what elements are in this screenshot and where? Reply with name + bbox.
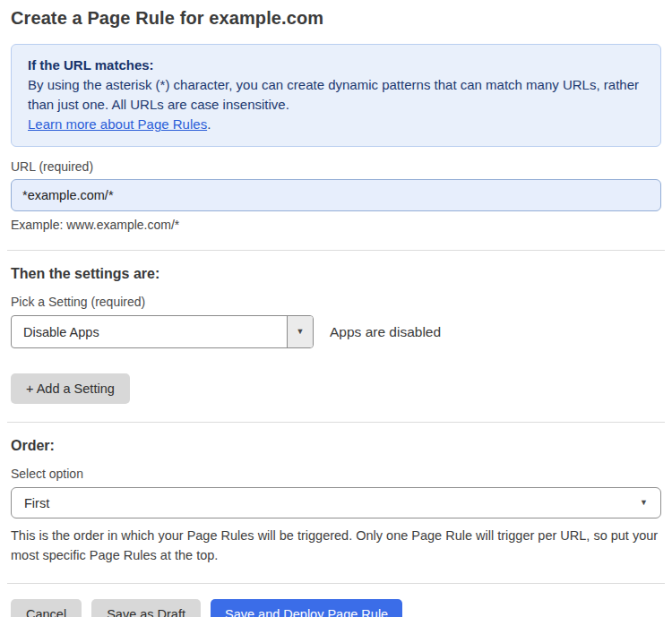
- setting-select-value: Disable Apps: [12, 316, 287, 347]
- order-select[interactable]: First ▼: [11, 487, 661, 518]
- add-setting-button[interactable]: + Add a Setting: [11, 373, 130, 404]
- setting-select[interactable]: Disable Apps ▼: [11, 315, 314, 348]
- order-select-label: Select option: [11, 467, 661, 481]
- setting-row: Disable Apps ▼ Apps are disabled: [11, 315, 661, 348]
- pick-setting-label: Pick a Setting (required): [11, 295, 661, 309]
- link-period: .: [207, 116, 211, 132]
- order-helper-text: This is the order in which your Page Rul…: [11, 526, 661, 565]
- url-input[interactable]: [11, 179, 661, 211]
- chevron-down-icon: ▼: [640, 499, 648, 507]
- url-match-info-box: If the URL matches: By using the asteris…: [11, 44, 661, 147]
- create-page-rule-form: Create a Page Rule for example.com If th…: [0, 0, 672, 617]
- settings-section-heading: Then the settings are:: [11, 266, 661, 282]
- page-title: Create a Page Rule for example.com: [11, 8, 661, 29]
- save-draft-button[interactable]: Save as Draft: [91, 599, 201, 617]
- url-field-label: URL (required): [11, 159, 661, 174]
- info-box-link-line: Learn more about Page Rules.: [28, 115, 644, 134]
- info-box-heading: If the URL matches:: [28, 56, 644, 75]
- divider: [7, 250, 665, 251]
- setting-status-text: Apps are disabled: [330, 324, 441, 340]
- divider: [7, 422, 665, 423]
- save-deploy-button[interactable]: Save and Deploy Page Rule: [211, 599, 402, 617]
- footer-actions: Cancel Save as Draft Save and Deploy Pag…: [11, 599, 661, 617]
- info-box-body: By using the asterisk (*) character, you…: [28, 75, 644, 115]
- url-example-helper: Example: www.example.com/*: [11, 218, 661, 232]
- learn-more-link[interactable]: Learn more about Page Rules: [28, 116, 207, 132]
- chevron-down-icon: ▼: [297, 328, 305, 336]
- order-section-heading: Order:: [11, 438, 661, 454]
- cancel-button[interactable]: Cancel: [11, 599, 82, 617]
- divider: [7, 583, 665, 584]
- order-select-value: First: [24, 496, 49, 510]
- setting-select-arrow-button[interactable]: ▼: [287, 316, 313, 347]
